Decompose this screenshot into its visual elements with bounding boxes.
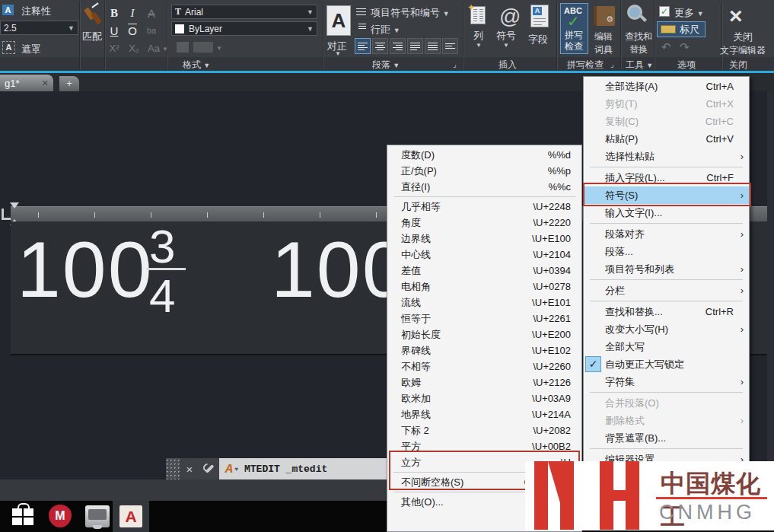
clear-formatting-icon[interactable]	[193, 42, 213, 53]
menu-item[interactable]: 中心线\U+2104	[387, 247, 581, 263]
distribute-button[interactable]	[425, 38, 441, 54]
menu-item[interactable]: 背景遮罩(B)...	[584, 429, 749, 447]
menu-item[interactable]: 插入字段(L)...Ctrl+F	[584, 169, 749, 186]
menu-item[interactable]: 字符集›	[584, 373, 749, 390]
menu-item[interactable]: 恒等于\U+2261	[387, 311, 581, 327]
chevron-down-icon[interactable]: ▼	[234, 466, 238, 473]
menu-item[interactable]: 地界线\U+214A	[387, 406, 581, 422]
menu-item[interactable]: 初始长度\U+E200	[387, 327, 581, 342]
line-spacing-label[interactable]: 行距 ▼	[371, 23, 400, 37]
panel-expander-icon[interactable]: ⌟	[610, 60, 614, 68]
new-tab-button[interactable]: +	[59, 76, 79, 91]
menu-item[interactable]: 自动更正大写锁定✓	[584, 355, 749, 373]
bullets-label[interactable]: 项目符号和编号 ▼	[371, 6, 450, 20]
command-input[interactable]: A ▼ MTEDIT _mtedit	[219, 458, 388, 479]
menu-item[interactable]: 几乎相等\U+2248	[387, 199, 581, 215]
mask-label[interactable]: 遮罩	[21, 43, 41, 56]
tools-panel-label[interactable]: 工具 ▼	[626, 59, 653, 72]
menu-item[interactable]: 流线\U+E101	[387, 295, 581, 311]
panel-expander-icon[interactable]: ⌟	[453, 60, 457, 68]
undo-icon[interactable]: ↶	[661, 40, 671, 54]
underline-button[interactable]: U	[106, 23, 123, 39]
align-left-button[interactable]	[355, 38, 371, 54]
more-label[interactable]: 更多 ▼	[674, 6, 704, 20]
change-case-button[interactable]: Aa	[145, 40, 162, 56]
font-combo[interactable]: T Arial ▼	[171, 5, 317, 19]
menu-item[interactable]: 改变大小写(H)›	[584, 320, 749, 338]
autocad-taskbar-tile[interactable]: A	[113, 501, 149, 532]
subscript-button[interactable]: X₂	[126, 40, 142, 56]
menu-item[interactable]: 正/负(P)%%p	[387, 163, 581, 179]
menu-item[interactable]: 度数(D)%%d	[387, 147, 581, 163]
menu-item[interactable]: 电相角\U+0278	[387, 279, 581, 295]
menu-item[interactable]: 欧姆\U+2126	[387, 374, 581, 390]
menu-item[interactable]: 查找和替换...Ctrl+R	[584, 303, 749, 320]
paragraph-spacing-button[interactable]	[442, 38, 458, 54]
store-icon[interactable]	[12, 505, 33, 526]
chevron-down-icon[interactable]: ▼	[162, 46, 168, 53]
bold-button[interactable]: B	[106, 5, 123, 21]
format-panel-label[interactable]: 格式 ▼	[183, 59, 210, 72]
menu-item[interactable]: 界碑线\U+E102	[387, 342, 581, 358]
menu-item[interactable]: 输入文字(I)...	[584, 204, 749, 221]
match-formatting-icon[interactable]	[85, 6, 102, 26]
columns-label[interactable]: 列	[473, 29, 483, 43]
menu-item[interactable]: 差值\U+0394	[387, 263, 581, 279]
mcafee-icon[interactable]: M	[49, 505, 72, 527]
at-symbol-icon[interactable]: @	[499, 5, 521, 29]
menu-item[interactable]: 段落对齐›	[584, 225, 749, 243]
color-combo[interactable]: ByLayer ▼	[171, 21, 317, 36]
overline-button[interactable]: O	[124, 23, 141, 39]
field-label[interactable]: 字段	[528, 33, 548, 46]
edit-dictionaries-icon[interactable]: ⚙	[594, 6, 615, 26]
command-wrench-icon[interactable]	[199, 458, 219, 479]
vertical-scrollbar[interactable]	[767, 91, 774, 501]
menu-item[interactable]: 欧米加\U+03A9	[387, 390, 581, 406]
tab-stop-icon[interactable]	[2, 209, 11, 220]
columns-icon[interactable]: ✦	[470, 6, 486, 24]
menu-item[interactable]: 平方\U+00B2	[387, 438, 581, 454]
close-editor-label[interactable]: 关闭文字编辑器	[714, 30, 772, 57]
redo-icon[interactable]: ↷	[680, 40, 690, 54]
menu-item[interactable]: 角度\U+2220	[387, 215, 581, 231]
superscript-button[interactable]: X²	[106, 40, 123, 56]
strikethrough-button[interactable]: A	[143, 5, 160, 21]
menu-item[interactable]: 项目符号和列表›	[584, 260, 749, 278]
symbol-label[interactable]: 符号	[496, 29, 516, 43]
annotative-label[interactable]: 注释性	[21, 5, 51, 18]
ruler-toggle-button[interactable]: 标尺	[657, 21, 706, 37]
drawing-tab[interactable]: g1* ✕	[0, 75, 53, 91]
menu-item[interactable]: 粘贴(P)Ctrl+V	[584, 130, 749, 148]
menu-item[interactable]: 直径(I)%%c	[387, 179, 581, 195]
close-tab-icon[interactable]: ✕	[42, 78, 49, 88]
menu-item[interactable]: 符号(S)›	[584, 186, 749, 204]
stack-button[interactable]: ba	[143, 23, 160, 39]
menu-item[interactable]: 分栏›	[584, 282, 749, 299]
autocad-command-icon[interactable]: A	[225, 462, 233, 476]
field-icon[interactable]: A	[530, 5, 549, 27]
background-mask-icon[interactable]	[177, 42, 189, 53]
find-replace-label[interactable]: 查找和替换	[623, 30, 655, 56]
italic-button[interactable]: I	[124, 5, 141, 21]
align-right-button[interactable]	[390, 38, 406, 54]
chevron-down-icon[interactable]: ▼	[216, 45, 222, 52]
menu-item[interactable]: 不相等\U+2260	[387, 358, 581, 374]
command-bar-grip[interactable]	[166, 458, 180, 479]
menu-item[interactable]: 选择性粘贴›	[584, 148, 749, 165]
spell-check-button[interactable]: ABC ✓ 拼写 检查	[560, 3, 588, 54]
photos-app-icon[interactable]	[85, 505, 110, 527]
justify-icon[interactable]: A	[326, 5, 351, 36]
menu-item[interactable]: 下标 2\U+2082	[387, 422, 581, 438]
first-line-indent-marker[interactable]	[10, 202, 19, 209]
paragraph-panel-label[interactable]: 段落 ▼	[372, 59, 400, 72]
justify-both-button[interactable]	[407, 38, 423, 54]
match-label[interactable]: 匹配	[82, 30, 102, 43]
close-editor-icon[interactable]: ×	[729, 3, 743, 29]
align-center-button[interactable]	[372, 38, 388, 54]
text-height-combo[interactable]: 2.5▼	[0, 21, 78, 35]
menu-item[interactable]: 边界线\U+E100	[387, 231, 581, 247]
find-replace-icon[interactable]	[627, 5, 648, 26]
menu-item[interactable]: 全部大写	[584, 338, 749, 355]
command-close-icon[interactable]: ×	[180, 458, 199, 479]
edit-dictionaries-label[interactable]: 编辑词典	[592, 30, 615, 56]
